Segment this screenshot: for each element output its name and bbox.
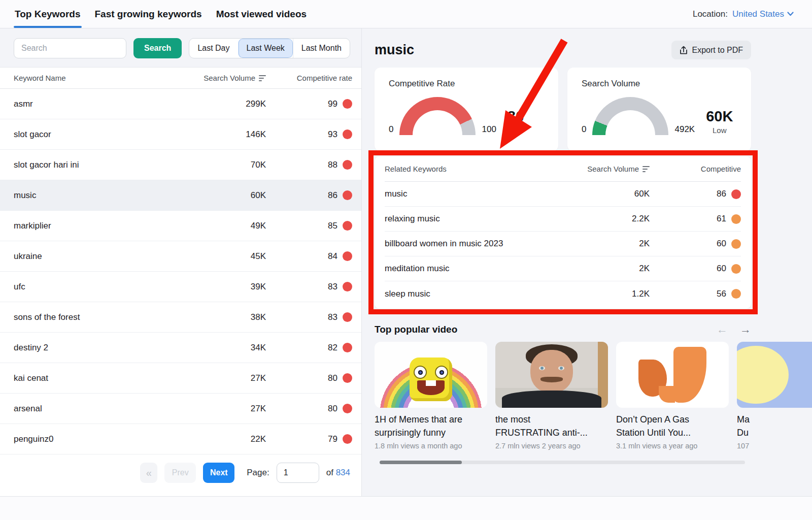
page-number-input[interactable] [277, 463, 319, 483]
table-row[interactable]: slot gacor146K93 [0, 119, 361, 150]
keyword-name: ukraine [14, 251, 199, 262]
top-popular-video-heading: Top popular video [375, 324, 457, 335]
competitive-rate-value: 86 [328, 190, 337, 201]
first-page-button[interactable]: « [140, 463, 157, 483]
search-button[interactable]: Search [133, 38, 182, 58]
search-input[interactable] [14, 38, 126, 58]
related-table-row[interactable]: meditation music2K60 [385, 256, 741, 281]
col-related-search-volume: Search Volume [587, 165, 639, 173]
related-table-row[interactable]: relaxing music2.2K61 [385, 207, 741, 232]
spongebob-rainbow-meme-thumbnail [375, 342, 487, 408]
time-filter-group: Last DayLast WeekLast Month [189, 38, 350, 58]
table-row[interactable]: arsenal27K80 [0, 394, 361, 424]
table-row[interactable]: ukraine45K84 [0, 241, 361, 272]
related-keyword-name: billboard women in music 2023 [385, 239, 573, 249]
video-title-line1: 1H of Memes that are [375, 414, 462, 425]
location-control: Location: United States [693, 9, 794, 19]
location-select[interactable]: United States [732, 9, 794, 19]
gauge-arc [592, 97, 668, 136]
competitive-rate-cell: 86 [266, 190, 352, 201]
rate-dot [343, 404, 352, 413]
upload-icon [680, 46, 688, 55]
competitive-rate-value: 84 [328, 251, 337, 262]
related-table-header: Related Keywords Search Volume Competiti… [385, 156, 741, 182]
video-title-line1: Ma [737, 414, 750, 425]
orange-logo-thumbnail [616, 342, 729, 408]
related-competitive-value: 60 [717, 264, 726, 274]
related-keyword-name: sleep music [385, 289, 573, 299]
sort-descending-icon[interactable] [259, 74, 266, 82]
competitive-rate-cell: 83 [266, 312, 352, 322]
table-row[interactable]: ufc39K83 [0, 272, 361, 302]
related-table-row[interactable]: billboard women in music 20232K60 [385, 232, 741, 256]
gauge-value-block: 60KLow [706, 108, 733, 136]
video-title-line2: FRUSTRATING anti-... [495, 428, 588, 438]
competitive-rate-value: 83 [328, 312, 337, 322]
table-row[interactable]: penguinz022K79 [0, 424, 361, 454]
video-title-line2: Station Until You... [616, 428, 691, 438]
gauge-min-label: 0 [389, 124, 393, 135]
scrollbar-thumb[interactable] [380, 461, 462, 464]
rate-dot [731, 214, 741, 224]
gauge-max-label: 100 [482, 124, 496, 135]
keyword-detail-panel: music Export to PDF Competitive Rate0100… [362, 28, 812, 496]
export-pdf-button[interactable]: Export to PDF [671, 41, 751, 59]
video-meta: 3.1 mln views a year ago [616, 442, 729, 450]
competitive-rate-value: 88 [328, 160, 337, 170]
rate-dot [343, 221, 352, 231]
competitive-rate-value: 80 [328, 373, 337, 383]
table-row[interactable]: asmr299K99 [0, 89, 361, 119]
related-keyword-name: meditation music [385, 264, 573, 274]
time-filter-last-week[interactable]: Last Week [238, 39, 293, 58]
rate-dot [343, 434, 352, 444]
tab-most-viewed-videos[interactable]: Most viewed videos [215, 0, 308, 28]
table-row[interactable]: kai cenat27K80 [0, 363, 361, 394]
video-card[interactable]: 1H of Memes that aresurprisingly funny1.… [375, 342, 487, 450]
rate-dot [731, 289, 741, 299]
competitive-rate-value: 82 [328, 343, 337, 353]
related-search-volume-value: 2K [573, 239, 650, 249]
prev-page-button[interactable]: Prev [164, 463, 196, 483]
col-competitive-rate: Competitive rate [266, 74, 352, 82]
rate-dot [731, 264, 741, 274]
competitive-rate-cell: 99 [266, 99, 352, 109]
rate-dot [731, 239, 741, 249]
search-volume-value: 299K [199, 99, 266, 109]
time-filter-last-month[interactable]: Last Month [293, 39, 350, 58]
time-filter-last-day[interactable]: Last Day [189, 39, 238, 58]
col-search-volume: Search Volume [204, 74, 255, 82]
keyword-name: sons of the forest [14, 312, 199, 322]
keyword-name: asmr [14, 99, 199, 109]
related-table-row[interactable]: music60K86 [385, 182, 741, 207]
total-pages-link[interactable]: 834 [336, 468, 350, 477]
related-keyword-name: music [385, 189, 573, 199]
competitive-rate-value: 99 [328, 99, 337, 109]
next-page-button[interactable]: Next [203, 463, 234, 483]
search-volume-value: 27K [199, 373, 266, 383]
table-row[interactable]: sons of the forest38K83 [0, 302, 361, 333]
gauge-title: Search Volume [582, 79, 741, 89]
video-title: 1H of Memes that aresurprisingly funny [375, 413, 487, 439]
table-row[interactable]: markiplier49K85 [0, 211, 361, 241]
tab-fast-growing-keywords[interactable]: Fast growing keywords [94, 0, 203, 28]
carousel-next-icon[interactable]: → [740, 324, 751, 335]
video-card[interactable]: Don’t Open A GasStation Until You...3.1 … [616, 342, 729, 450]
carousel-prev-icon[interactable]: ← [717, 324, 728, 335]
keyword-analytics-app: Top KeywordsFast growing keywordsMost vi… [0, 0, 812, 520]
table-row[interactable]: slot gacor hari ini70K88 [0, 150, 361, 180]
related-competitive-value: 61 [717, 214, 726, 224]
search-volume-value: 49K [199, 221, 266, 231]
tab-top-keywords[interactable]: Top Keywords [14, 0, 82, 28]
related-table-row[interactable]: sleep music1.2K56 [385, 281, 741, 306]
sort-descending-icon[interactable] [642, 165, 650, 173]
search-volume-value: 70K [199, 160, 266, 170]
carousel-scrollbar[interactable] [380, 461, 745, 464]
table-row[interactable]: music60K86 [0, 180, 361, 211]
video-card[interactable]: MaDu107 [737, 342, 812, 450]
keyword-name: slot gacor [14, 129, 199, 140]
gauge-card-competitive-rate: Competitive Rate010086High [375, 68, 558, 151]
keyword-name: markiplier [14, 221, 199, 231]
table-row[interactable]: destiny 234K82 [0, 333, 361, 363]
video-card[interactable]: the mostFRUSTRATING anti-...2.7 mln view… [495, 342, 608, 450]
video-title: the mostFRUSTRATING anti-... [495, 413, 608, 439]
